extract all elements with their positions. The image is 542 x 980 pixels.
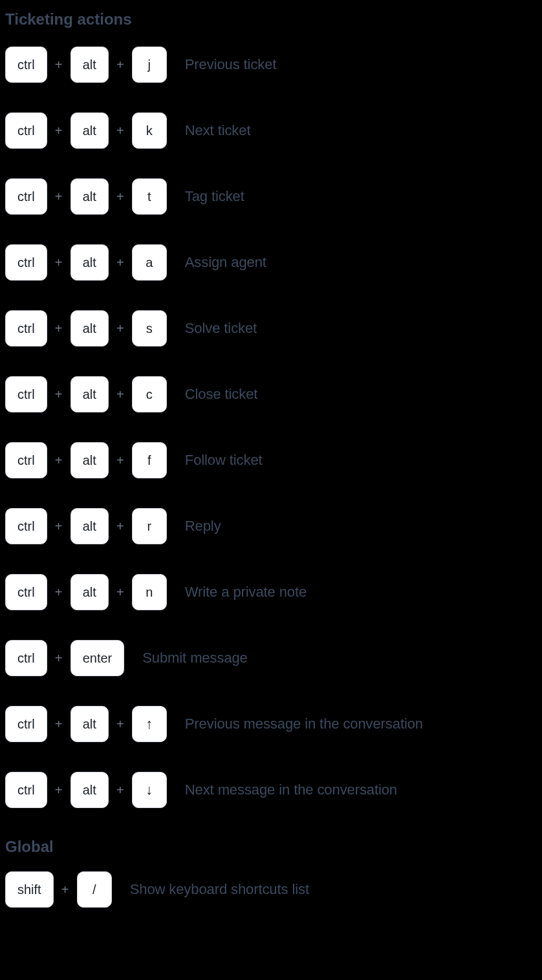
shortcut-description: Show keyboard shortcuts list	[130, 881, 309, 898]
keyboard-key: ctrl	[5, 178, 47, 215]
key-separator: +	[109, 519, 132, 534]
shortcut-row: ctrl+alt+↑Previous message in the conver…	[5, 706, 537, 742]
keyboard-key: alt	[70, 178, 109, 215]
key-separator: +	[109, 255, 132, 270]
key-separator: +	[47, 189, 70, 204]
shortcut-description: Tag ticket	[185, 188, 244, 205]
shortcut-description: Follow ticket	[185, 452, 263, 469]
shortcut-description: Reply	[185, 518, 221, 535]
keyboard-key: alt	[70, 574, 109, 610]
shortcuts-panel: Ticketing actionsctrl+alt+jPrevious tick…	[5, 10, 537, 908]
key-separator: +	[109, 453, 132, 468]
keyboard-key: ↓	[132, 772, 167, 808]
keyboard-key: /	[77, 871, 112, 908]
keyboard-key: c	[132, 376, 167, 412]
keyboard-key: enter	[70, 640, 125, 676]
key-separator: +	[47, 255, 70, 270]
keyboard-key: ctrl	[5, 706, 47, 742]
keyboard-key: f	[132, 442, 167, 478]
keyboard-key: alt	[70, 47, 109, 83]
key-separator: +	[47, 519, 70, 534]
key-separator: +	[47, 651, 70, 666]
keyboard-key: ctrl	[5, 310, 47, 346]
keyboard-key: k	[132, 112, 167, 149]
keyboard-key: ctrl	[5, 112, 47, 149]
shortcut-description: Submit message	[142, 650, 247, 666]
shortcut-description: Previous message in the conversation	[185, 716, 423, 732]
keyboard-key: alt	[70, 244, 109, 281]
shortcut-description: Write a private note	[185, 584, 307, 601]
key-separator: +	[47, 783, 70, 798]
keyboard-key: ctrl	[5, 640, 47, 676]
key-separator: +	[109, 717, 132, 732]
key-separator: +	[54, 882, 77, 897]
shortcut-description: Previous ticket	[185, 56, 277, 73]
key-separator: +	[47, 123, 70, 138]
shortcut-description: Close ticket	[185, 386, 258, 403]
keyboard-key: alt	[70, 772, 109, 808]
shortcut-row: ctrl+alt+sSolve ticket	[5, 310, 537, 346]
shortcut-row: ctrl+enterSubmit message	[5, 640, 537, 676]
keyboard-key: ctrl	[5, 772, 47, 808]
key-separator: +	[47, 585, 70, 600]
keyboard-key: n	[132, 574, 167, 610]
shortcut-description: Next ticket	[185, 122, 251, 139]
shortcut-row: ctrl+alt+kNext ticket	[5, 112, 537, 149]
shortcut-description: Next message in the conversation	[185, 782, 397, 798]
key-separator: +	[47, 58, 70, 72]
keyboard-key: s	[132, 310, 167, 346]
key-separator: +	[109, 585, 132, 600]
keyboard-key: ctrl	[5, 442, 47, 478]
keyboard-key: shift	[5, 871, 54, 908]
key-separator: +	[109, 387, 132, 402]
keyboard-key: t	[132, 178, 167, 215]
shortcut-row: ctrl+alt+jPrevious ticket	[5, 47, 537, 83]
key-separator: +	[109, 123, 132, 138]
key-separator: +	[109, 783, 132, 798]
key-separator: +	[109, 321, 132, 336]
keyboard-key: alt	[70, 442, 109, 478]
keyboard-key: alt	[70, 508, 109, 544]
shortcut-description: Assign agent	[185, 254, 266, 271]
keyboard-key: alt	[70, 706, 109, 742]
shortcut-row: ctrl+alt+cClose ticket	[5, 376, 537, 412]
keyboard-key: r	[132, 508, 167, 544]
shortcut-row: ctrl+alt+rReply	[5, 508, 537, 544]
keyboard-key: ctrl	[5, 376, 47, 412]
keyboard-key: alt	[70, 376, 109, 412]
keyboard-key: ctrl	[5, 508, 47, 544]
shortcut-row: shift+/Show keyboard shortcuts list	[5, 871, 537, 908]
section-title: Global	[5, 838, 537, 856]
keyboard-key: alt	[70, 112, 109, 149]
keyboard-key: alt	[70, 310, 109, 346]
shortcut-row: ctrl+alt+tTag ticket	[5, 178, 537, 215]
key-separator: +	[47, 453, 70, 468]
keyboard-key: ctrl	[5, 47, 47, 83]
key-separator: +	[47, 387, 70, 402]
keyboard-key: ctrl	[5, 244, 47, 281]
shortcut-description: Solve ticket	[185, 320, 257, 337]
keyboard-key: j	[132, 47, 167, 83]
key-separator: +	[109, 58, 132, 72]
key-separator: +	[109, 189, 132, 204]
keyboard-key: ↑	[132, 706, 167, 742]
shortcut-row: ctrl+alt+fFollow ticket	[5, 442, 537, 478]
keyboard-key: a	[132, 244, 167, 281]
shortcut-row: ctrl+alt+↓Next message in the conversati…	[5, 772, 537, 808]
key-separator: +	[47, 321, 70, 336]
keyboard-key: ctrl	[5, 574, 47, 610]
section-title: Ticketing actions	[5, 10, 537, 28]
key-separator: +	[47, 717, 70, 732]
shortcut-row: ctrl+alt+nWrite a private note	[5, 574, 537, 610]
shortcut-row: ctrl+alt+aAssign agent	[5, 244, 537, 281]
